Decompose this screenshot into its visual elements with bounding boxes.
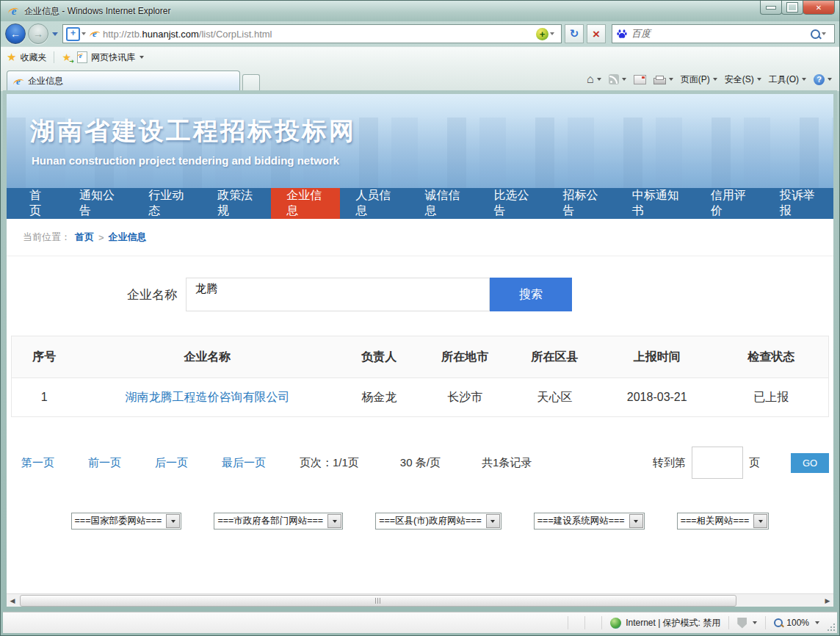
nav-notices[interactable]: 通知公告 [64, 188, 133, 219]
search-dropdown-icon[interactable] [822, 32, 826, 35]
breadcrumb-current-link[interactable]: 企业信息 [109, 231, 147, 244]
smartscreen-shield-icon[interactable] [737, 618, 747, 629]
nav-industry[interactable]: 行业动态 [133, 188, 202, 219]
table-row: 1 湖南龙腾工程造价咨询有限公司 杨金龙 长沙市 天心区 2018-03-21 … [12, 378, 829, 417]
select-related-sites[interactable]: ===相关网站=== [677, 513, 770, 530]
web-slices-button[interactable]: 网页快讯库 [91, 51, 135, 64]
search-button[interactable]: 搜索 [490, 278, 572, 311]
nav-personnel[interactable]: 人员信息 [340, 188, 409, 219]
nav-home[interactable]: 首页 [14, 188, 64, 219]
select-construction-sites[interactable]: ===建设系统网站=== [534, 513, 645, 530]
friend-links: ===国家部委网站=== ===市政府各部门网站=== ===区县(市)政府网站… [7, 513, 833, 530]
minimize-icon [766, 6, 776, 10]
divider [601, 616, 602, 629]
go-button[interactable]: GO [791, 453, 829, 473]
url-prefix: http://ztb. [103, 29, 142, 40]
horizontal-scrollbar[interactable]: ◀ ▶ [7, 593, 833, 607]
zoom-control[interactable]: 100% [774, 618, 819, 628]
nav-credit-eval[interactable]: 信用评价 [695, 188, 764, 219]
dropdown-button[interactable] [486, 514, 500, 528]
read-mail-button[interactable] [634, 75, 646, 84]
prev-page-link[interactable]: 前一页 [88, 456, 121, 470]
compatibility-view-icon[interactable]: + [66, 27, 80, 41]
stop-icon: × [593, 28, 600, 40]
home-button[interactable]: ⌂ [587, 73, 601, 86]
refresh-button[interactable]: ↻ [565, 24, 584, 43]
addon-dropdown-icon[interactable] [550, 32, 554, 35]
dropdown-button[interactable] [327, 514, 341, 528]
zoom-dropdown-icon[interactable] [815, 621, 819, 624]
ie-mini-icon: e [77, 52, 84, 59]
tools-menu-button[interactable]: 工具(O) [769, 73, 806, 86]
tab-corp-info[interactable]: e 企业信息 [7, 71, 240, 91]
forward-button[interactable]: → [28, 24, 48, 44]
favorites-button[interactable]: 收藏夹 [20, 51, 46, 64]
nav-comparison[interactable]: 比选公告 [479, 188, 548, 219]
help-button[interactable]: ? [814, 74, 832, 85]
address-bar[interactable]: + e http://ztb.hunanjst.com/list/CorpLis… [62, 24, 562, 43]
main-nav: 首页 通知公告 行业动态 政策法规 企业信息 人员信息 诚信信息 比选公告 招标… [7, 188, 833, 219]
goto-page-input[interactable] [692, 447, 743, 479]
print-button[interactable] [653, 75, 673, 84]
address-toolbar: ← → + e http://ztb.hunanjst.com/list/Cor… [1, 21, 839, 46]
minimize-button[interactable] [760, 1, 782, 15]
scroll-left-arrow-icon[interactable]: ◀ [7, 597, 18, 604]
safety-menu-button[interactable]: 安全(S) [725, 73, 761, 86]
web-slices-dropdown-icon[interactable] [140, 56, 144, 59]
baidu-icon [617, 29, 627, 39]
col-district: 所在区县 [510, 336, 599, 378]
cell-principal: 杨金龙 [338, 378, 420, 417]
dropdown-button[interactable] [629, 514, 643, 528]
nav-corp-info[interactable]: 企业信息 [271, 185, 340, 219]
breadcrumb-separator: > [98, 232, 104, 243]
search-icon[interactable] [811, 29, 820, 39]
select-city-dept-sites[interactable]: ===市政府各部门网站=== [214, 513, 343, 530]
internet-zone-icon [610, 618, 621, 629]
select-district-gov-sites[interactable]: ===区县(市)政府网站=== [375, 513, 502, 530]
compatibility-dropdown-icon[interactable] [82, 32, 86, 35]
scrollbar-thumb[interactable] [20, 595, 736, 607]
dropdown-button[interactable] [753, 514, 767, 528]
nav-credit-info[interactable]: 诚信信息 [409, 188, 478, 219]
maximize-button[interactable] [781, 1, 803, 15]
url-text[interactable]: http://ztb.hunanjst.com/list/CorpList.ht… [103, 29, 536, 40]
per-page-info: 30 条/页 [400, 456, 441, 470]
corp-name-link[interactable]: 湖南龙腾工程造价咨询有限公司 [126, 391, 290, 403]
smartscreen-dropdown-icon[interactable] [753, 621, 757, 624]
divider [765, 616, 766, 629]
stop-button[interactable]: × [587, 24, 606, 43]
zoom-level: 100% [786, 618, 809, 628]
zone-text: Internet | 保护模式: 禁用 [626, 617, 720, 629]
browser-search-box[interactable]: 百度 [612, 24, 835, 43]
corp-name-input[interactable] [186, 278, 490, 311]
add-favorite-icon[interactable]: ★ [62, 51, 71, 63]
home-icon: ⌂ [587, 73, 594, 86]
page-menu-button[interactable]: 页面(P) [681, 73, 717, 86]
printer-icon [653, 78, 666, 84]
nav-award-notice[interactable]: 中标通知书 [617, 188, 695, 219]
site-subtitle: Hunan construction project tendering and… [32, 154, 833, 167]
last-page-link[interactable]: 最后一页 [222, 456, 266, 470]
rss-icon [609, 74, 619, 84]
scrollbar-grip-icon [377, 598, 378, 604]
scrollbar-track[interactable] [18, 594, 822, 607]
recent-pages-dropdown-icon[interactable] [52, 32, 58, 36]
nav-bidding[interactable]: 招标公告 [548, 188, 617, 219]
dropdown-button[interactable] [166, 514, 180, 528]
scroll-right-arrow-icon[interactable]: ▶ [822, 597, 833, 604]
close-button[interactable]: ✕ [803, 1, 835, 15]
divider [568, 616, 568, 629]
site-title: 湖南省建设工程招标投标网 [30, 115, 833, 148]
feeds-button[interactable] [609, 74, 626, 84]
nav-policy[interactable]: 政策法规 [202, 188, 271, 219]
next-page-link[interactable]: 后一页 [155, 456, 188, 470]
select-national-sites[interactable]: ===国家部委网站=== [71, 513, 182, 530]
breadcrumb-home-link[interactable]: 首页 [75, 231, 94, 244]
back-button[interactable]: ← [5, 24, 26, 44]
addon-icon[interactable]: + [536, 28, 548, 40]
first-page-link[interactable]: 第一页 [21, 456, 54, 470]
resize-grip[interactable] [827, 623, 836, 632]
new-tab-button[interactable] [242, 74, 260, 91]
divider [728, 616, 729, 629]
nav-complaints[interactable]: 投诉举报 [764, 188, 833, 219]
